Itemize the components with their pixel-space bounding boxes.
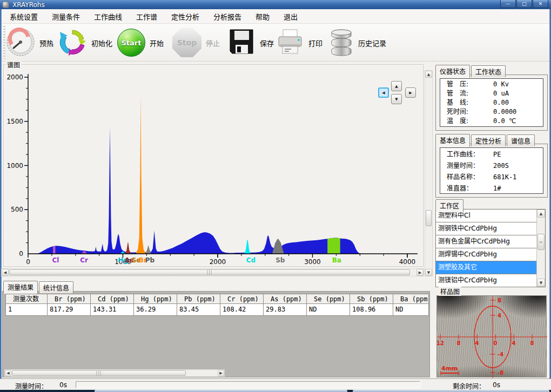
menu-item-5[interactable]: 定性分析 xyxy=(164,9,206,24)
history-button[interactable]: 历史记录 xyxy=(329,26,386,59)
taskbar-button[interactable] xyxy=(95,390,347,392)
work-area-list: 测塑料中Cl测钢铁中CrCdPbHg测有色金属中CrCdPbHg测焊锡中CrCd… xyxy=(435,209,546,287)
pan-left-button[interactable]: ◀ xyxy=(378,87,389,98)
field-label: 死时间: xyxy=(447,107,493,117)
scroll-up-arrow-icon[interactable]: ▲ xyxy=(425,71,432,78)
table-scroll-thumb[interactable]: ||| xyxy=(12,370,186,376)
field-label: 管 压: xyxy=(447,80,493,89)
table-row[interactable]: 1817.29143.3136.2983.45108.4229.83ND108.… xyxy=(5,304,429,316)
pan-up-button[interactable]: ▲ xyxy=(391,81,402,91)
field-label: 样品名称： xyxy=(447,172,493,183)
basicinfo-tab-2[interactable]: 定性分析 xyxy=(471,134,506,146)
work-area-scrollbar[interactable]: ▲ ≡ ▼ xyxy=(536,209,545,287)
field-label: 温 度: xyxy=(447,117,493,126)
table-scroll-left-icon[interactable]: ◀ xyxy=(5,370,11,376)
menu-item-6[interactable]: 分析报告 xyxy=(206,9,248,24)
sample-image-label: 样品图 xyxy=(439,287,461,296)
save-button[interactable]: 保存 xyxy=(227,26,274,59)
menu-item-3[interactable]: 工作曲线 xyxy=(87,9,129,24)
printer-icon xyxy=(276,28,304,58)
basicinfo-tab-3[interactable]: 谱信息 xyxy=(507,134,535,146)
toolbar-gripper[interactable] xyxy=(3,26,5,59)
field-value: 0.0 ℃ xyxy=(493,117,543,126)
pan-right-button[interactable]: ▶ xyxy=(405,87,416,98)
basicinfo-tab-1[interactable]: 基本信息 xyxy=(435,134,470,147)
work-area-item-4[interactable]: 测焊锡中CrCdPbHg xyxy=(436,248,536,261)
pan-down-button[interactable]: ▼ xyxy=(391,94,402,104)
menu-item-1[interactable]: 系统设置 xyxy=(3,9,45,24)
preheat-button[interactable]: 预热 xyxy=(6,26,53,59)
gauge-icon xyxy=(6,28,35,58)
svg-text:4: 4 xyxy=(498,313,501,319)
menu-bar: 系统设置测量条件工作曲线工作谱定性分析分析报告帮助退出 xyxy=(2,9,549,24)
field-value: PE xyxy=(493,149,543,160)
stop-button[interactable]: Stop 停止 xyxy=(172,26,220,59)
print-button[interactable]: 打印 xyxy=(276,26,322,59)
svg-text:12: 12 xyxy=(437,340,444,346)
element-label-Ba: Ba xyxy=(332,256,341,264)
results-tab-2[interactable]: 统计信息 xyxy=(39,281,73,293)
scroll-left-arrow-icon[interactable]: ◀ xyxy=(2,269,9,276)
menu-item-2[interactable]: 测量条件 xyxy=(45,9,87,24)
info-row: 死时间:0.0000 xyxy=(440,107,543,117)
work-area-item-5[interactable]: 测塑胶及其它 xyxy=(436,261,536,274)
field-label: 准直器： xyxy=(447,183,493,194)
info-row: 样品名称：681K-1 xyxy=(440,172,543,183)
table-scroll-right-icon[interactable]: ▶ xyxy=(218,370,224,376)
table-h-scrollbar[interactable]: ◀ ||| ▶ xyxy=(4,369,225,377)
floppy-disk-icon xyxy=(227,28,256,58)
menu-item-7[interactable]: 帮助 xyxy=(248,9,277,24)
column-header: Pb (ppm) xyxy=(177,294,220,304)
table-cell: 36.29 xyxy=(134,304,177,316)
table-cell: 1 xyxy=(5,304,48,316)
window-title: XRAYRohs xyxy=(12,1,45,9)
work-area-tab: 工作区 xyxy=(435,199,463,212)
column-header: Br (ppm) xyxy=(48,294,91,304)
refresh-arrows-icon xyxy=(58,28,87,58)
list-scroll-down-icon[interactable]: ▼ xyxy=(537,279,545,287)
results-panel: 测量次数Br (ppm)Cd (ppm)Hg (ppm)Pb (ppm)Cr (… xyxy=(2,291,430,377)
work-area-item-2[interactable]: 测钢铁中CrCdPbHg xyxy=(436,222,536,235)
results-tab-1[interactable]: 测量结果 xyxy=(3,281,38,294)
results-tabs: 测量结果统计信息 xyxy=(3,280,73,293)
basic-info-tabs: 基本信息定性分析谱信息 xyxy=(435,133,535,146)
list-scroll-thumb[interactable]: ≡ xyxy=(537,234,545,250)
field-label: 工作曲线： xyxy=(447,149,493,160)
table-cell: 29.83 xyxy=(264,304,307,316)
scroll-right-arrow-icon[interactable]: ▶ xyxy=(416,269,424,276)
close-button[interactable]: ✕ xyxy=(533,0,548,8)
taskbar-button[interactable] xyxy=(353,390,549,392)
work-area-item-6[interactable]: 测镁铝中CrCdPbHg xyxy=(436,274,536,287)
instrument-tab-2[interactable]: 工作状态 xyxy=(471,65,506,77)
title-bar[interactable]: XRAYRohs — □ ✕ xyxy=(0,0,551,9)
chart-h-scroll-thumb[interactable]: ||| xyxy=(9,269,410,275)
initialize-button[interactable]: 初始化 xyxy=(58,26,112,59)
instrument-tab-1[interactable]: 仪器状态 xyxy=(435,65,470,78)
chart-h-scrollbar[interactable]: ◀ ||| ▶ xyxy=(1,268,424,276)
minimize-button[interactable]: — xyxy=(500,0,516,8)
element-label-Cr: Cr xyxy=(80,256,88,264)
element-label-Cl: Cl xyxy=(52,256,59,264)
scroll-down-arrow-icon[interactable]: ▼ xyxy=(425,269,432,276)
field-label: 测量时间： xyxy=(447,160,493,172)
svg-text:3000: 3000 xyxy=(304,258,321,266)
workarea-tab-1[interactable]: 工作区 xyxy=(435,199,463,212)
svg-text:8: 8 xyxy=(530,340,534,346)
chart-v-scroll-thumb[interactable] xyxy=(426,210,432,226)
table-cell: ND xyxy=(393,304,429,316)
chart-v-scrollbar[interactable]: ▲ ▼ xyxy=(425,70,433,276)
menu-item-8[interactable]: 退出 xyxy=(277,9,305,24)
spectrum-chart[interactable]: 010002000300040000500100015002000ClCrHgA… xyxy=(5,66,422,266)
app-window: XRAYRohs — □ ✕ 系统设置测量条件工作曲线工作谱定性分析分析报告帮助… xyxy=(0,0,551,392)
status-progress-panel xyxy=(76,381,420,388)
info-row: 管 流:0 uA xyxy=(440,89,543,98)
menu-item-4[interactable]: 工作谱 xyxy=(129,9,164,24)
column-header: Ba (ppm) xyxy=(393,294,429,304)
column-header: 测量次数 xyxy=(5,294,48,304)
start-button[interactable]: Start 开始 xyxy=(117,26,164,59)
sample-image: 128404884-4-84mm xyxy=(436,295,547,377)
maximize-button[interactable]: □ xyxy=(516,0,532,8)
list-scroll-up-icon[interactable]: ▲ xyxy=(537,209,545,218)
element-label-Sb: Sb xyxy=(276,256,285,264)
work-area-item-3[interactable]: 测有色金属中CrCdPbHg xyxy=(436,235,536,248)
